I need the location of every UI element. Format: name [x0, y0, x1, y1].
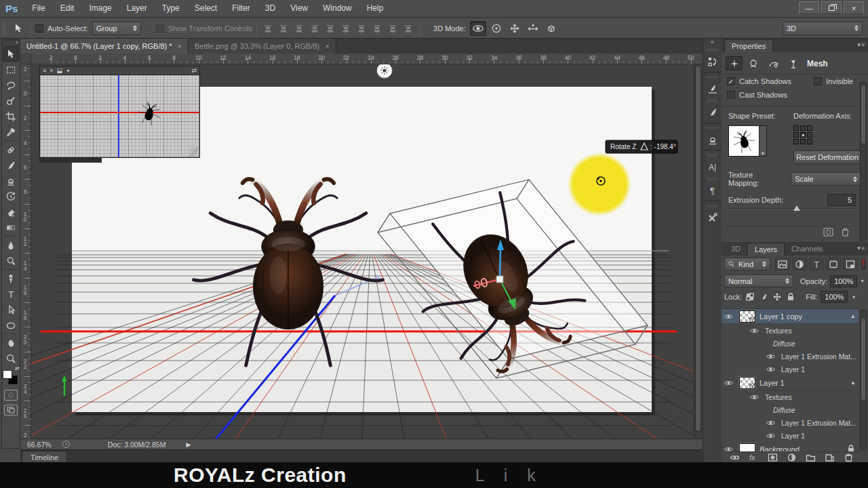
- align-hcenter-icon[interactable]: [370, 22, 384, 35]
- sublayer-row[interactable]: Diffuse: [722, 337, 859, 350]
- sublayer-name[interactable]: Textures: [765, 393, 792, 401]
- fill-arrow-icon[interactable]: ▼: [851, 295, 856, 300]
- auto-select-checkbox[interactable]: [35, 24, 43, 33]
- layer-name[interactable]: Background: [760, 445, 800, 452]
- swap-colors-icon[interactable]: ⇄: [15, 365, 20, 371]
- layer-name[interactable]: Layer 1: [760, 379, 785, 387]
- tool-eyedropper-icon[interactable]: [3, 124, 19, 140]
- document-tab-2[interactable]: Bettle.png @ 33.3% (Layer 0, RGB/8)×: [189, 39, 336, 54]
- deformation-axis-grid[interactable]: [793, 125, 812, 144]
- adjustment-button[interactable]: [787, 453, 797, 462]
- dock-collapse-icon[interactable]: «: [703, 39, 722, 47]
- zoom-level-field[interactable]: 66.67%: [20, 441, 57, 449]
- catch-shadows-checkbox[interactable]: ✓: [727, 77, 735, 85]
- tool-quick-select-icon[interactable]: [3, 93, 19, 108]
- dock-clone-source-icon[interactable]: [705, 131, 721, 148]
- menu-3d[interactable]: 3D: [258, 0, 283, 17]
- invisible-checkbox[interactable]: [814, 77, 822, 85]
- tool-ellipse-icon[interactable]: [3, 317, 19, 333]
- tool-lasso-icon[interactable]: [3, 77, 19, 93]
- sublayer-name[interactable]: Diffuse: [773, 340, 795, 348]
- properties-lights-icon[interactable]: [785, 56, 802, 70]
- document-tab-1[interactable]: Untitled-1 @ 66.7% (Layer 1 copy, RGB/8)…: [20, 39, 189, 54]
- collapse-3d-icon[interactable]: ▲: [850, 380, 856, 386]
- sublayer-row[interactable]: Layer 1 Extrusion Mat...: [722, 350, 859, 363]
- tool-clone-stamp-icon[interactable]: [3, 173, 19, 188]
- sublayer-row[interactable]: Layer 1: [722, 429, 859, 442]
- chevron-down-icon[interactable]: ▼: [66, 68, 71, 73]
- scrollbar-thumb[interactable]: [695, 66, 701, 432]
- tool-pen-icon[interactable]: [3, 270, 19, 286]
- 3d-mode-slide-icon[interactable]: [525, 21, 541, 36]
- visibility-eye-icon[interactable]: [764, 420, 777, 426]
- workspace-dropdown[interactable]: 3D: [783, 22, 863, 35]
- link-button[interactable]: [730, 453, 740, 462]
- collapse-3d-icon[interactable]: ▲: [850, 313, 856, 319]
- close-icon[interactable]: ×: [50, 67, 53, 74]
- secondary-view-panel[interactable]: ≡ × ⬓ ▼ ⇄: [39, 66, 200, 158]
- delete-icon[interactable]: [842, 228, 849, 237]
- dock-tools-icon[interactable]: [705, 209, 721, 226]
- align-right-icon[interactable]: [386, 22, 399, 35]
- tab-3d[interactable]: 3D: [724, 243, 747, 256]
- tool-path-select-icon[interactable]: [3, 302, 19, 317]
- visibility-eye-icon[interactable]: [722, 313, 735, 320]
- secondary-view-body[interactable]: [39, 75, 200, 158]
- dist-right-icon[interactable]: [339, 22, 353, 35]
- filter-type-icon[interactable]: T: [809, 258, 824, 270]
- minimize-button[interactable]: —: [799, 1, 819, 14]
- sublayer-row[interactable]: Layer 1 Extrusion Mat...: [722, 416, 859, 429]
- sublayer-name[interactable]: Diffuse: [773, 406, 795, 414]
- axis-center-handle[interactable]: [496, 276, 503, 283]
- layer-row-background[interactable]: Background: [722, 442, 859, 451]
- sublayer-row[interactable]: Layer 1: [722, 363, 859, 375]
- 3d-mode-scale-icon[interactable]: [543, 21, 559, 36]
- status-expand-icon[interactable]: ▶: [186, 441, 191, 448]
- delete-button[interactable]: [844, 453, 854, 462]
- ruler-corner[interactable]: [20, 54, 31, 64]
- panel-menu-icon[interactable]: ▾≡: [857, 245, 865, 251]
- lock-position-icon[interactable]: [772, 292, 782, 302]
- show-transform-checkbox[interactable]: [156, 24, 164, 33]
- slider-thumb[interactable]: [793, 205, 800, 211]
- menu-help[interactable]: Help: [359, 0, 391, 17]
- mask-button[interactable]: [768, 453, 778, 462]
- layer-row-layer-1-copy[interactable]: Layer 1 copy▲: [722, 309, 859, 324]
- extrusion-depth-field[interactable]: 5: [827, 194, 856, 206]
- document-viewport[interactable]: Rotate Z : -198.4° ≡ × ⬓ ▼ ⇄: [31, 64, 693, 439]
- visibility-eye-icon[interactable]: [747, 394, 761, 401]
- quick-mask-button[interactable]: [4, 390, 18, 401]
- tool-blur-icon[interactable]: [3, 237, 19, 253]
- lock-pixels-icon[interactable]: [759, 292, 768, 302]
- vertical-scrollbar[interactable]: [694, 64, 702, 439]
- menu-select[interactable]: Select: [187, 0, 224, 17]
- 3d-mode-orbit-icon[interactable]: [470, 21, 486, 36]
- properties-scrollbar[interactable]: [860, 82, 867, 241]
- visibility-eye-icon[interactable]: [722, 446, 735, 452]
- tool-crop-icon[interactable]: [3, 108, 19, 124]
- filter-type-dropdown[interactable]: Kind: [724, 258, 770, 270]
- close-button[interactable]: ×: [844, 1, 864, 14]
- layer-row-layer-1[interactable]: Layer 1▲: [722, 375, 859, 390]
- resize-grip-icon[interactable]: [189, 147, 199, 157]
- menu-view[interactable]: View: [283, 0, 315, 17]
- menu-file[interactable]: File: [24, 0, 52, 17]
- menu-window[interactable]: Window: [315, 0, 359, 17]
- visibility-eye-icon[interactable]: [722, 380, 735, 386]
- visibility-eye-icon[interactable]: [764, 366, 777, 373]
- reset-deformation-button[interactable]: Reset Deformation: [793, 150, 861, 164]
- sublayer-name[interactable]: Layer 1 Extrusion Mat...: [781, 419, 856, 427]
- layers-scrollbar[interactable]: [860, 310, 867, 450]
- auto-align-icon[interactable]: [401, 22, 415, 35]
- cast-shadows-checkbox[interactable]: [727, 91, 735, 99]
- swap-view-icon[interactable]: ⇄: [191, 67, 197, 74]
- menu-layer[interactable]: Layer: [119, 0, 155, 17]
- tool-rect-marquee-icon[interactable]: [3, 62, 19, 77]
- shape-preset-thumbnail[interactable]: [728, 125, 760, 157]
- lock-all-icon[interactable]: [786, 292, 795, 302]
- extrusion-depth-slider[interactable]: [728, 205, 856, 212]
- tab-channels[interactable]: Channels: [785, 243, 829, 256]
- tool-hand-icon[interactable]: [3, 335, 19, 350]
- lock-transparent-icon[interactable]: [745, 292, 755, 302]
- tool-brush-icon[interactable]: [3, 157, 19, 173]
